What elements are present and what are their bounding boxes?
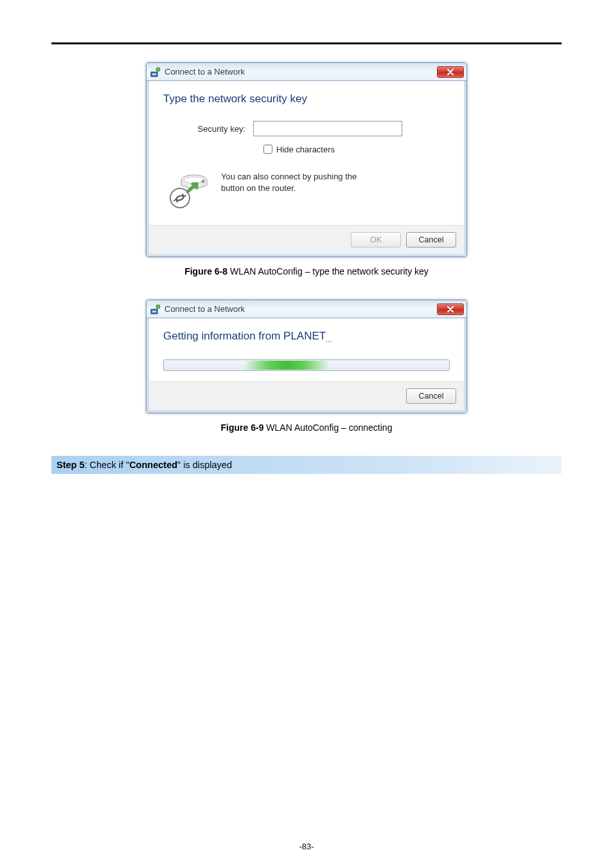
security-key-row: Security key: xyxy=(163,121,450,136)
svg-rect-1 xyxy=(152,73,156,75)
progress-indeterminate-chunk xyxy=(244,361,329,370)
heading-text: Getting information from PLANET xyxy=(163,330,326,342)
figure-caption-6-8: Figure 6-8 WLAN AutoConfig – type the ne… xyxy=(51,266,562,276)
wps-info-row: You can also connect by pushing the butt… xyxy=(163,167,450,216)
close-icon xyxy=(447,69,454,75)
figure-caption-6-9: Figure 6-9 WLAN AutoConfig – connecting xyxy=(51,422,562,433)
dialog-connect-network-progress: Connect to a Network Getting information… xyxy=(146,300,467,413)
titlebar: Connect to a Network xyxy=(147,63,466,81)
page-top-rule xyxy=(51,42,562,44)
step-text-1: : Check if " xyxy=(85,460,130,470)
titlebar: Connect to a Network xyxy=(147,300,466,318)
caption-bold: Figure 6-9 xyxy=(221,422,264,433)
caption-bold: Figure 6-8 xyxy=(184,266,227,276)
caption-text: WLAN AutoConfig – type the network secur… xyxy=(227,266,429,276)
svg-point-9 xyxy=(156,305,160,309)
close-icon xyxy=(447,306,454,312)
dialog-body: Type the network security key Security k… xyxy=(147,81,466,225)
ok-label: OK xyxy=(370,235,382,244)
step-text-2: " is displayed xyxy=(177,460,232,470)
page-number: -83- xyxy=(0,842,613,851)
cancel-button[interactable]: Cancel xyxy=(406,232,456,248)
wps-info-text: You can also connect by pushing the butt… xyxy=(221,171,382,194)
svg-point-2 xyxy=(156,68,160,71)
ellipsis-icon: ... xyxy=(326,336,332,343)
ok-button[interactable]: OK xyxy=(351,232,401,248)
dialog-footer: Cancel xyxy=(147,381,466,413)
hide-characters-row: Hide characters xyxy=(261,143,450,156)
security-key-label: Security key: xyxy=(163,124,253,134)
dialog-title: Connect to a Network xyxy=(164,304,245,314)
step-5-banner: Step 5: Check if "Connected" is displaye… xyxy=(51,456,562,474)
close-button[interactable] xyxy=(437,303,464,315)
dialog-heading: Getting information from PLANET... xyxy=(163,330,450,343)
svg-rect-8 xyxy=(152,311,156,312)
dialog-body: Getting information from PLANET... xyxy=(147,318,466,381)
dialog-title: Connect to a Network xyxy=(164,67,245,77)
router-wps-icon xyxy=(163,171,221,210)
dialog-connect-network-key: Connect to a Network Type the network se… xyxy=(146,62,467,257)
cancel-button[interactable]: Cancel xyxy=(406,388,456,404)
dialog-footer: OK Cancel xyxy=(147,225,466,257)
progress-bar xyxy=(163,359,450,371)
step-connected: Connected xyxy=(129,460,177,470)
cancel-label: Cancel xyxy=(419,392,444,401)
network-dialog-icon xyxy=(150,304,161,314)
step-label: Step 5 xyxy=(57,460,85,470)
caption-text: WLAN AutoConfig – connecting xyxy=(263,422,392,433)
close-button[interactable] xyxy=(437,66,464,78)
svg-point-5 xyxy=(202,180,204,183)
hide-characters-checkbox[interactable] xyxy=(263,145,272,154)
dialog-heading: Type the network security key xyxy=(163,93,450,105)
network-dialog-icon xyxy=(150,67,161,77)
security-key-input[interactable] xyxy=(253,121,402,136)
hide-characters-label: Hide characters xyxy=(276,145,335,154)
cancel-label: Cancel xyxy=(419,235,444,244)
